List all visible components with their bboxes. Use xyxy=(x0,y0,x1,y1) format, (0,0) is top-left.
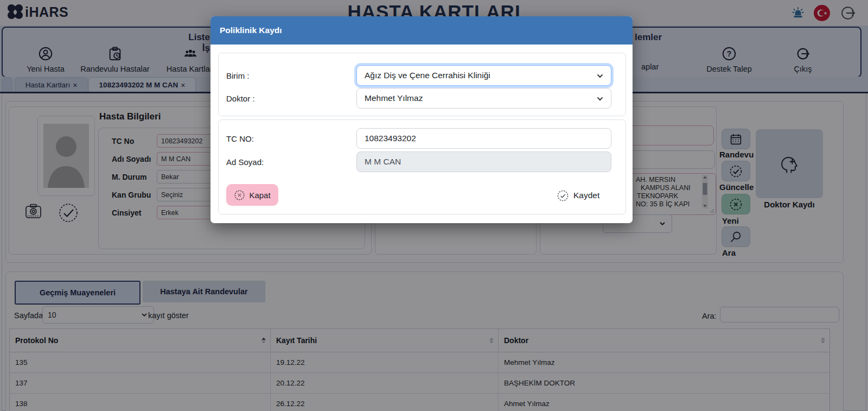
kapat-button[interactable]: Kapat xyxy=(226,184,278,206)
app-window: HASTA KARTLARI iHARS Liste İş Yeni Hasta xyxy=(0,0,868,411)
kapat-label: Kapat xyxy=(249,191,270,200)
modal-title: Poliklinik Kaydı xyxy=(220,26,282,35)
poliklinik-kaydi-modal: Poliklinik Kaydı Birim : Ağız Diş ve Çen… xyxy=(210,16,633,223)
doktor-value: Mehmet Yılmaz xyxy=(365,93,423,103)
modal-header: Poliklinik Kaydı xyxy=(210,16,633,45)
chevron-down-icon xyxy=(596,94,604,103)
birim-label: Birim : xyxy=(226,71,250,80)
check-circle-icon xyxy=(557,189,569,202)
doktor-select[interactable]: Mehmet Yılmaz xyxy=(356,88,611,109)
birim-select[interactable]: Ağız Diş ve Çene Cerrahisi Kliniği xyxy=(356,65,611,86)
x-circle-icon xyxy=(234,189,245,201)
modal-tc-input[interactable]: 10823493202 xyxy=(356,128,611,149)
modal-tc-value: 10823493202 xyxy=(365,134,416,143)
kaydet-label: Kaydet xyxy=(573,191,599,200)
modal-adsoyad-value: M M CAN xyxy=(365,157,401,167)
birim-value: Ağız Diş ve Çene Cerrahisi Kliniği xyxy=(365,71,490,80)
kaydet-button[interactable]: Kaydet xyxy=(553,188,603,203)
modal-adsoyad-label: Ad Soyad: xyxy=(226,157,264,167)
doktor-label: Doktor : xyxy=(226,94,255,103)
modal-tc-label: TC NO: xyxy=(226,134,254,143)
modal-adsoyad-input[interactable]: M M CAN xyxy=(356,151,611,172)
chevron-down-icon xyxy=(596,72,604,80)
